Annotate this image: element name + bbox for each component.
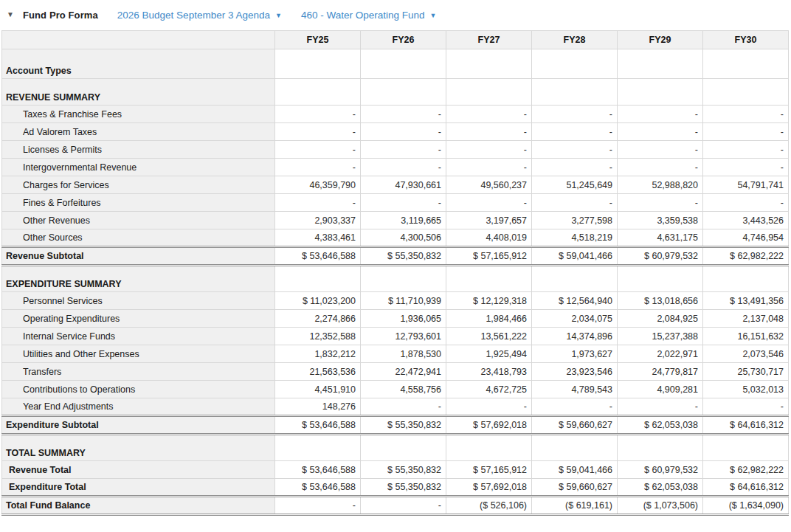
value-cell: 4,631,175 xyxy=(618,229,703,247)
row-label: Internal Service Funds xyxy=(2,328,275,345)
value-cell: 1,936,065 xyxy=(361,310,446,328)
value-cell: 16,151,632 xyxy=(703,328,789,345)
value-cell xyxy=(361,49,446,79)
value-cell: $ 57,165,912 xyxy=(446,247,532,266)
value-cell: $ 55,350,832 xyxy=(361,416,446,435)
row-label: Taxes & Franchise Fees xyxy=(2,106,275,123)
value-cell: - xyxy=(275,194,361,212)
value-cell: $ 64,616,312 xyxy=(703,416,789,435)
row-label: Personnel Services xyxy=(2,292,275,310)
value-cell: 1,984,466 xyxy=(446,310,532,328)
table-row: Account Types xyxy=(2,49,789,79)
value-cell: - xyxy=(446,194,532,212)
value-cell: - xyxy=(446,141,532,159)
value-cell: 47,930,661 xyxy=(361,176,446,194)
value-cell: ($ 619,161) xyxy=(532,497,618,515)
value-cell: 4,789,543 xyxy=(532,381,618,398)
value-cell: 13,561,222 xyxy=(446,328,532,345)
pro-forma-table: FY25FY26FY27FY28FY29FY30 Account TypesRE… xyxy=(1,30,789,516)
row-label: Utilities and Other Expenses xyxy=(2,345,275,363)
row-label: TOTAL SUMMARY xyxy=(2,435,275,461)
value-cell: $ 11,710,939 xyxy=(361,292,446,310)
value-cell: 23,418,793 xyxy=(446,363,532,381)
table-row: Ad Valorem Taxes------ xyxy=(2,123,789,141)
row-label: Expenditure Subtotal xyxy=(2,416,275,435)
row-label: Other Revenues xyxy=(2,212,275,229)
row-label: Fines & Forfeitures xyxy=(2,194,275,212)
value-cell: 12,352,588 xyxy=(275,328,361,345)
value-cell: $ 64,616,312 xyxy=(703,479,789,497)
value-cell: - xyxy=(361,398,446,416)
value-cell: 2,274,866 xyxy=(275,310,361,328)
value-cell: 14,374,896 xyxy=(532,328,618,345)
fund-selector-dropdown[interactable]: 460 - Water Operating Fund ▼ xyxy=(301,10,437,21)
value-cell xyxy=(361,266,446,292)
row-label: Contributions to Operations xyxy=(2,381,275,398)
value-cell: 4,408,019 xyxy=(446,229,532,247)
value-cell xyxy=(532,79,618,106)
value-cell: - xyxy=(275,123,361,141)
value-cell: - xyxy=(618,398,703,416)
value-cell: $ 62,053,038 xyxy=(618,416,703,435)
value-cell: 23,923,546 xyxy=(532,363,618,381)
value-cell: - xyxy=(618,159,703,176)
row-label: REVENUE SUMMARY xyxy=(2,79,275,106)
value-cell: - xyxy=(275,497,361,515)
table-row: Licenses & Permits------ xyxy=(2,141,789,159)
value-cell: - xyxy=(532,106,618,123)
value-cell: ($ 1,634,090) xyxy=(703,497,789,515)
value-cell: - xyxy=(532,123,618,141)
table-row: Expenditure Total$ 53,646,588$ 55,350,83… xyxy=(2,479,789,497)
value-cell: 3,197,657 xyxy=(446,212,532,229)
value-cell xyxy=(618,79,703,106)
table-row: REVENUE SUMMARY xyxy=(2,79,789,106)
header-row: FY25FY26FY27FY28FY29FY30 xyxy=(2,31,789,49)
row-label: Revenue Total xyxy=(2,461,275,479)
value-cell: $ 12,564,940 xyxy=(532,292,618,310)
value-cell xyxy=(361,79,446,106)
value-cell: - xyxy=(618,194,703,212)
value-cell: - xyxy=(275,141,361,159)
value-cell: 25,730,717 xyxy=(703,363,789,381)
value-cell: 21,563,536 xyxy=(275,363,361,381)
value-cell: $ 13,491,356 xyxy=(703,292,789,310)
collapse-icon[interactable]: ▼ xyxy=(7,11,17,18)
value-cell: ($ 526,106) xyxy=(446,497,532,515)
value-cell xyxy=(446,435,532,461)
value-cell: - xyxy=(446,159,532,176)
table-row: Charges for Services46,359,79047,930,661… xyxy=(2,176,789,194)
chevron-down-icon: ▼ xyxy=(275,12,282,19)
value-cell: - xyxy=(703,106,789,123)
row-label: Other Sources xyxy=(2,229,275,247)
value-cell: - xyxy=(361,106,446,123)
budget-selector-dropdown[interactable]: 2026 Budget September 3 Agenda ▼ xyxy=(117,10,282,21)
value-cell xyxy=(446,266,532,292)
value-cell: 4,558,756 xyxy=(361,381,446,398)
value-cell: - xyxy=(618,123,703,141)
value-cell: $ 62,053,038 xyxy=(618,479,703,497)
value-cell xyxy=(532,266,618,292)
value-cell: 1,925,494 xyxy=(446,345,532,363)
value-cell xyxy=(618,435,703,461)
table-row: Taxes & Franchise Fees------ xyxy=(2,106,789,123)
value-cell xyxy=(703,49,789,79)
value-cell: 3,443,526 xyxy=(703,212,789,229)
corner-header xyxy=(2,31,275,49)
value-cell: - xyxy=(446,398,532,416)
value-cell: $ 53,646,588 xyxy=(275,461,361,479)
table-row: Contributions to Operations4,451,9104,55… xyxy=(2,381,789,398)
table-row: Expenditure Subtotal$ 53,646,588$ 55,350… xyxy=(2,416,789,435)
row-label: Expenditure Total xyxy=(2,479,275,497)
value-cell: - xyxy=(618,141,703,159)
value-cell: 1,832,212 xyxy=(275,345,361,363)
value-cell: - xyxy=(703,194,789,212)
value-cell: 1,878,530 xyxy=(361,345,446,363)
value-cell: $ 60,979,532 xyxy=(618,247,703,266)
value-cell: $ 55,350,832 xyxy=(361,461,446,479)
value-cell xyxy=(618,266,703,292)
value-cell: $ 57,692,018 xyxy=(446,479,532,497)
value-cell: $ 57,692,018 xyxy=(446,416,532,435)
pro-forma-grid: FY25FY26FY27FY28FY29FY30 Account TypesRE… xyxy=(1,30,791,516)
value-cell: 2,034,075 xyxy=(532,310,618,328)
table-row: Operating Expenditures2,274,8661,936,065… xyxy=(2,310,789,328)
